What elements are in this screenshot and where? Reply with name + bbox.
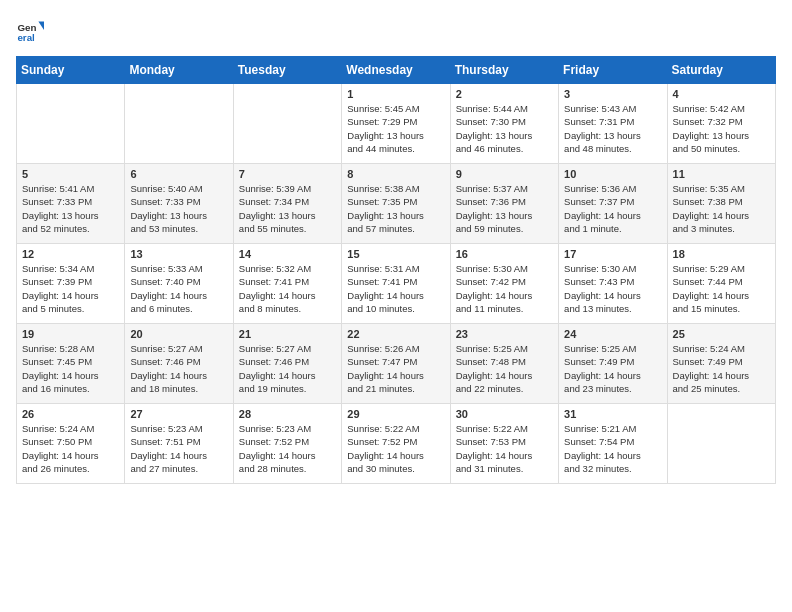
day-number: 28 (239, 408, 336, 420)
day-number: 9 (456, 168, 553, 180)
day-info: Sunrise: 5:43 AM Sunset: 7:31 PM Dayligh… (564, 102, 661, 155)
day-info: Sunrise: 5:32 AM Sunset: 7:41 PM Dayligh… (239, 262, 336, 315)
calendar-cell: 30Sunrise: 5:22 AM Sunset: 7:53 PM Dayli… (450, 404, 558, 484)
day-info: Sunrise: 5:37 AM Sunset: 7:36 PM Dayligh… (456, 182, 553, 235)
day-info: Sunrise: 5:22 AM Sunset: 7:53 PM Dayligh… (456, 422, 553, 475)
calendar-cell: 31Sunrise: 5:21 AM Sunset: 7:54 PM Dayli… (559, 404, 667, 484)
calendar-cell: 11Sunrise: 5:35 AM Sunset: 7:38 PM Dayli… (667, 164, 775, 244)
calendar-cell: 2Sunrise: 5:44 AM Sunset: 7:30 PM Daylig… (450, 84, 558, 164)
day-info: Sunrise: 5:27 AM Sunset: 7:46 PM Dayligh… (239, 342, 336, 395)
calendar-cell: 17Sunrise: 5:30 AM Sunset: 7:43 PM Dayli… (559, 244, 667, 324)
day-info: Sunrise: 5:28 AM Sunset: 7:45 PM Dayligh… (22, 342, 119, 395)
day-info: Sunrise: 5:35 AM Sunset: 7:38 PM Dayligh… (673, 182, 770, 235)
day-info: Sunrise: 5:22 AM Sunset: 7:52 PM Dayligh… (347, 422, 444, 475)
calendar-cell: 23Sunrise: 5:25 AM Sunset: 7:48 PM Dayli… (450, 324, 558, 404)
weekday-header: Tuesday (233, 57, 341, 84)
day-number: 1 (347, 88, 444, 100)
logo: Gen eral (16, 16, 48, 44)
calendar-cell: 16Sunrise: 5:30 AM Sunset: 7:42 PM Dayli… (450, 244, 558, 324)
calendar-cell: 9Sunrise: 5:37 AM Sunset: 7:36 PM Daylig… (450, 164, 558, 244)
page-header: Gen eral (16, 16, 776, 44)
day-number: 12 (22, 248, 119, 260)
day-number: 25 (673, 328, 770, 340)
day-number: 16 (456, 248, 553, 260)
day-number: 7 (239, 168, 336, 180)
calendar-cell: 25Sunrise: 5:24 AM Sunset: 7:49 PM Dayli… (667, 324, 775, 404)
day-number: 24 (564, 328, 661, 340)
day-number: 17 (564, 248, 661, 260)
day-number: 21 (239, 328, 336, 340)
day-number: 23 (456, 328, 553, 340)
day-info: Sunrise: 5:27 AM Sunset: 7:46 PM Dayligh… (130, 342, 227, 395)
day-info: Sunrise: 5:30 AM Sunset: 7:43 PM Dayligh… (564, 262, 661, 315)
day-number: 19 (22, 328, 119, 340)
calendar-cell (17, 84, 125, 164)
day-info: Sunrise: 5:42 AM Sunset: 7:32 PM Dayligh… (673, 102, 770, 155)
day-number: 18 (673, 248, 770, 260)
calendar-cell: 19Sunrise: 5:28 AM Sunset: 7:45 PM Dayli… (17, 324, 125, 404)
day-number: 26 (22, 408, 119, 420)
calendar-cell: 27Sunrise: 5:23 AM Sunset: 7:51 PM Dayli… (125, 404, 233, 484)
weekday-header: Wednesday (342, 57, 450, 84)
calendar-cell: 14Sunrise: 5:32 AM Sunset: 7:41 PM Dayli… (233, 244, 341, 324)
calendar-cell: 24Sunrise: 5:25 AM Sunset: 7:49 PM Dayli… (559, 324, 667, 404)
calendar-cell: 29Sunrise: 5:22 AM Sunset: 7:52 PM Dayli… (342, 404, 450, 484)
day-info: Sunrise: 5:45 AM Sunset: 7:29 PM Dayligh… (347, 102, 444, 155)
svg-text:eral: eral (17, 32, 35, 43)
day-info: Sunrise: 5:44 AM Sunset: 7:30 PM Dayligh… (456, 102, 553, 155)
day-number: 22 (347, 328, 444, 340)
calendar-cell: 4Sunrise: 5:42 AM Sunset: 7:32 PM Daylig… (667, 84, 775, 164)
day-number: 31 (564, 408, 661, 420)
calendar-table: SundayMondayTuesdayWednesdayThursdayFrid… (16, 56, 776, 484)
calendar-week-row: 1Sunrise: 5:45 AM Sunset: 7:29 PM Daylig… (17, 84, 776, 164)
day-number: 5 (22, 168, 119, 180)
calendar-cell: 21Sunrise: 5:27 AM Sunset: 7:46 PM Dayli… (233, 324, 341, 404)
calendar-week-row: 5Sunrise: 5:41 AM Sunset: 7:33 PM Daylig… (17, 164, 776, 244)
day-info: Sunrise: 5:25 AM Sunset: 7:49 PM Dayligh… (564, 342, 661, 395)
day-number: 15 (347, 248, 444, 260)
day-info: Sunrise: 5:29 AM Sunset: 7:44 PM Dayligh… (673, 262, 770, 315)
calendar-cell: 5Sunrise: 5:41 AM Sunset: 7:33 PM Daylig… (17, 164, 125, 244)
weekday-header: Thursday (450, 57, 558, 84)
calendar-cell: 3Sunrise: 5:43 AM Sunset: 7:31 PM Daylig… (559, 84, 667, 164)
calendar-week-row: 19Sunrise: 5:28 AM Sunset: 7:45 PM Dayli… (17, 324, 776, 404)
calendar-cell: 26Sunrise: 5:24 AM Sunset: 7:50 PM Dayli… (17, 404, 125, 484)
weekday-header: Monday (125, 57, 233, 84)
day-number: 6 (130, 168, 227, 180)
day-number: 13 (130, 248, 227, 260)
day-info: Sunrise: 5:38 AM Sunset: 7:35 PM Dayligh… (347, 182, 444, 235)
calendar-cell: 18Sunrise: 5:29 AM Sunset: 7:44 PM Dayli… (667, 244, 775, 324)
calendar-cell: 22Sunrise: 5:26 AM Sunset: 7:47 PM Dayli… (342, 324, 450, 404)
day-info: Sunrise: 5:31 AM Sunset: 7:41 PM Dayligh… (347, 262, 444, 315)
day-number: 20 (130, 328, 227, 340)
day-number: 30 (456, 408, 553, 420)
calendar-cell: 20Sunrise: 5:27 AM Sunset: 7:46 PM Dayli… (125, 324, 233, 404)
day-number: 3 (564, 88, 661, 100)
calendar-cell: 13Sunrise: 5:33 AM Sunset: 7:40 PM Dayli… (125, 244, 233, 324)
day-info: Sunrise: 5:34 AM Sunset: 7:39 PM Dayligh… (22, 262, 119, 315)
day-number: 8 (347, 168, 444, 180)
calendar-cell (667, 404, 775, 484)
weekday-header: Friday (559, 57, 667, 84)
calendar-week-row: 26Sunrise: 5:24 AM Sunset: 7:50 PM Dayli… (17, 404, 776, 484)
svg-marker-2 (38, 22, 44, 30)
day-info: Sunrise: 5:26 AM Sunset: 7:47 PM Dayligh… (347, 342, 444, 395)
day-number: 10 (564, 168, 661, 180)
day-number: 2 (456, 88, 553, 100)
calendar-cell: 28Sunrise: 5:23 AM Sunset: 7:52 PM Dayli… (233, 404, 341, 484)
day-info: Sunrise: 5:30 AM Sunset: 7:42 PM Dayligh… (456, 262, 553, 315)
day-number: 27 (130, 408, 227, 420)
day-info: Sunrise: 5:24 AM Sunset: 7:50 PM Dayligh… (22, 422, 119, 475)
calendar-cell: 7Sunrise: 5:39 AM Sunset: 7:34 PM Daylig… (233, 164, 341, 244)
day-number: 4 (673, 88, 770, 100)
day-number: 29 (347, 408, 444, 420)
calendar-cell: 12Sunrise: 5:34 AM Sunset: 7:39 PM Dayli… (17, 244, 125, 324)
calendar-cell: 8Sunrise: 5:38 AM Sunset: 7:35 PM Daylig… (342, 164, 450, 244)
day-info: Sunrise: 5:33 AM Sunset: 7:40 PM Dayligh… (130, 262, 227, 315)
day-info: Sunrise: 5:39 AM Sunset: 7:34 PM Dayligh… (239, 182, 336, 235)
generalblue-logo-icon: Gen eral (16, 16, 44, 44)
day-number: 14 (239, 248, 336, 260)
weekday-header: Saturday (667, 57, 775, 84)
calendar-cell: 1Sunrise: 5:45 AM Sunset: 7:29 PM Daylig… (342, 84, 450, 164)
day-info: Sunrise: 5:23 AM Sunset: 7:52 PM Dayligh… (239, 422, 336, 475)
